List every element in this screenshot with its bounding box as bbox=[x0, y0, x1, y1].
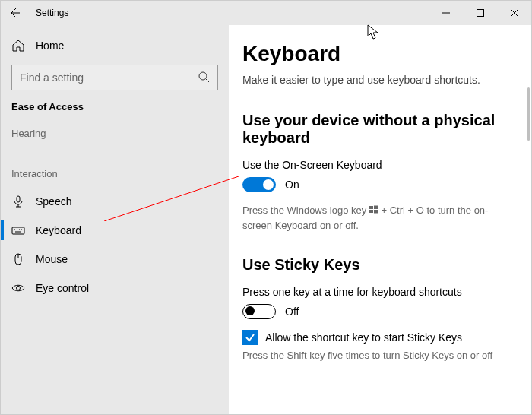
sidebar-item-speech[interactable]: Speech bbox=[1, 187, 229, 216]
checkbox-allow-shortcut-sticky[interactable] bbox=[242, 330, 258, 345]
checkbox-label: Allow the shortcut key to start Sticky K… bbox=[265, 331, 462, 344]
page-subtitle: Make it easier to type and use keyboard … bbox=[242, 74, 508, 86]
sidebar-group-hearing: Hearing bbox=[1, 128, 229, 139]
svg-rect-19 bbox=[369, 206, 373, 209]
windows-key-icon bbox=[369, 204, 378, 219]
sidebar-section-ease-of-access: Ease of Access bbox=[1, 101, 229, 112]
svg-point-18 bbox=[17, 287, 21, 290]
sidebar-item-label: Keyboard bbox=[36, 224, 81, 236]
sidebar: Home Find a setting Ease of Access Heari… bbox=[1, 25, 229, 414]
window-close-button[interactable] bbox=[497, 1, 531, 25]
home-icon bbox=[11, 39, 25, 52]
svg-rect-21 bbox=[369, 210, 373, 213]
check-icon bbox=[245, 332, 255, 343]
svg-rect-7 bbox=[17, 196, 20, 202]
osk-hint: Press the Windows logo key + Ctrl + O to… bbox=[242, 203, 508, 233]
sidebar-item-label: Speech bbox=[36, 195, 71, 208]
toggle-label-osk: Use the On-Screen Keyboard bbox=[242, 159, 508, 171]
eye-icon bbox=[11, 281, 25, 295]
svg-line-6 bbox=[206, 79, 209, 82]
toggle-on-screen-keyboard[interactable] bbox=[242, 177, 276, 192]
toggle-state-osk: On bbox=[285, 179, 299, 191]
vertical-scrollbar[interactable] bbox=[527, 87, 530, 141]
search-input[interactable]: Find a setting bbox=[11, 65, 218, 90]
section-heading-sticky: Use Sticky Keys bbox=[242, 256, 508, 274]
search-placeholder: Find a setting bbox=[20, 71, 84, 84]
sticky-hint: Press the Shift key five times to turn S… bbox=[242, 348, 508, 363]
svg-rect-2 bbox=[477, 10, 483, 17]
microphone-icon bbox=[11, 195, 25, 208]
window-maximize-button[interactable] bbox=[463, 1, 497, 25]
content-pane: Keyboard Make it easier to type and use … bbox=[229, 25, 531, 414]
sidebar-item-keyboard[interactable]: Keyboard bbox=[1, 216, 229, 245]
svg-rect-10 bbox=[12, 227, 24, 234]
svg-point-5 bbox=[199, 72, 207, 80]
sidebar-item-label: Mouse bbox=[36, 253, 68, 265]
sidebar-group-interaction: Interaction bbox=[1, 168, 229, 179]
titlebar: Settings bbox=[1, 1, 531, 25]
mouse-icon bbox=[11, 252, 25, 266]
sidebar-item-label: Home bbox=[36, 40, 64, 52]
search-icon bbox=[198, 71, 210, 85]
window-title: Settings bbox=[36, 8, 68, 18]
sidebar-item-home[interactable]: Home bbox=[1, 31, 229, 60]
toggle-sticky-keys[interactable] bbox=[242, 304, 276, 319]
page-title: Keyboard bbox=[242, 42, 508, 66]
keyboard-icon bbox=[11, 223, 25, 237]
sidebar-item-label: Eye control bbox=[36, 282, 89, 294]
toggle-state-sticky: Off bbox=[285, 306, 299, 318]
section-heading-osk: Use your device without a physical keybo… bbox=[242, 112, 508, 147]
sidebar-item-mouse[interactable]: Mouse bbox=[1, 245, 229, 274]
toggle-label-sticky: Press one key at a time for keyboard sho… bbox=[242, 286, 508, 298]
window-minimize-button[interactable] bbox=[429, 1, 463, 25]
back-arrow-icon[interactable] bbox=[8, 7, 21, 19]
sidebar-item-eye-control[interactable]: Eye control bbox=[1, 274, 229, 303]
